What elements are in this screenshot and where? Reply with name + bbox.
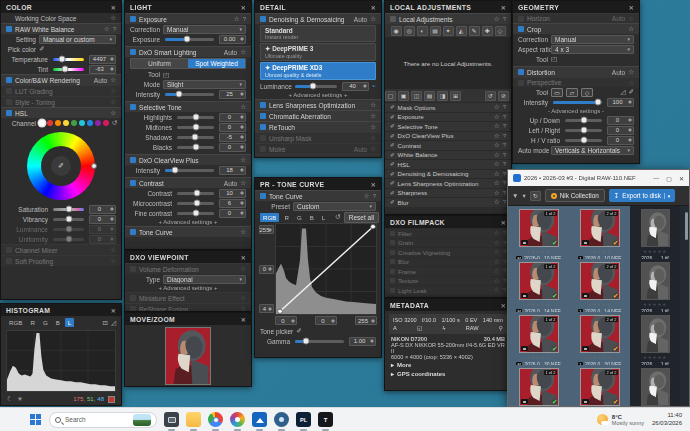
- auto-perspective-icon[interactable]: ◿: [621, 88, 626, 96]
- taskbar-app-icon[interactable]: [230, 412, 245, 427]
- favorite-star-icon[interactable]: ☆: [110, 246, 116, 254]
- star-rating[interactable]: ★★★★★: [526, 249, 550, 254]
- volume-deformation-row[interactable]: Volume Deformation☆: [125, 263, 251, 274]
- start-button[interactable]: [30, 414, 42, 426]
- enable-checkbox[interactable]: [260, 193, 266, 199]
- adjustment-row[interactable]: ✐ Selective Tone ☆ ?: [385, 121, 511, 131]
- perspective-tool-icon[interactable]: ▭: [551, 88, 563, 97]
- close-button[interactable]: ✕: [679, 175, 684, 182]
- favorite-star-icon[interactable]: ☆: [494, 179, 500, 187]
- enable-checkbox[interactable]: [6, 247, 12, 253]
- favorite-star-icon[interactable]: ☆: [240, 179, 246, 187]
- mask-action-icon[interactable]: ◫: [411, 91, 422, 101]
- slider-thumb[interactable]: [192, 124, 199, 131]
- slider-thumb[interactable]: [65, 236, 72, 243]
- close-icon[interactable]: ✕: [501, 219, 506, 226]
- favorite-star-icon[interactable]: ☆: [370, 156, 376, 158]
- taskbar-app-icon[interactable]: PL: [296, 412, 311, 427]
- value-spinner[interactable]: 0: [219, 209, 246, 218]
- enable-checkbox[interactable]: [390, 278, 395, 283]
- thumbnail-cell[interactable]: ★★★★★ 2026 ..._1.tif: [630, 365, 680, 406]
- adjustment-row[interactable]: ✐ Blur ☆ ?: [385, 197, 511, 207]
- uniform-button[interactable]: Uniform: [131, 59, 188, 68]
- filmpack-row[interactable]: Frame ☆ ?: [385, 266, 511, 276]
- clock[interactable]: 11:40 26/03/2026: [652, 412, 682, 428]
- enable-checkbox[interactable]: [260, 124, 266, 130]
- star-rating[interactable]: ★★★★★: [643, 302, 667, 307]
- enable-checkbox[interactable]: [390, 240, 395, 245]
- adjustment-row[interactable]: ✐ Denoising & Demosaicing ☆ ?: [385, 169, 511, 179]
- channel-tab[interactable]: L: [65, 318, 74, 327]
- enable-checkbox[interactable]: [390, 288, 395, 293]
- local-adjustments-section[interactable]: Local Adjustments☆?: [385, 13, 511, 24]
- favorite-star-icon[interactable]: ☆: [494, 286, 500, 294]
- value-spinner[interactable]: 0: [275, 316, 297, 325]
- favorite-star-icon[interactable]: ☆: [240, 103, 246, 111]
- slider-track[interactable]: [165, 38, 214, 41]
- channel-color-dot[interactable]: [87, 120, 93, 126]
- close-icon[interactable]: ✕: [501, 302, 506, 309]
- close-icon[interactable]: ✕: [111, 4, 116, 11]
- adjustment-row[interactable]: ✐ DxO ClearView Plus ☆ ?: [385, 131, 511, 141]
- weather-widget[interactable]: 8°CMostly sunny: [597, 414, 644, 426]
- favorite-star-icon[interactable]: ☆: [370, 15, 376, 23]
- favorite-star-icon[interactable]: ☆: [240, 305, 246, 312]
- enable-checkbox[interactable]: [518, 80, 524, 86]
- feature-row[interactable]: Unsharp Mask ☆: [255, 132, 381, 143]
- enable-checkbox[interactable]: [6, 77, 12, 83]
- favorite-star-icon[interactable]: ☆: [110, 109, 116, 117]
- auto-mode-dropdown[interactable]: Verticals & Horizontals▾: [551, 146, 634, 155]
- value-spinner[interactable]: 4: [259, 304, 274, 313]
- favorite-star-icon[interactable]: ☆: [628, 25, 634, 33]
- favorite-star-icon[interactable]: ☆: [628, 15, 634, 23]
- hue-wheel[interactable]: ✐: [27, 132, 95, 200]
- enable-checkbox[interactable]: [6, 26, 12, 32]
- movezoom-header[interactable]: MOVE/ZOOM✕: [125, 313, 251, 325]
- distortion-section[interactable]: DistortionAuto☆: [513, 66, 639, 77]
- favorite-star-icon[interactable]: ☆: [628, 68, 634, 76]
- correction-dropdown[interactable]: Manual▾: [163, 25, 246, 34]
- rotate-icon[interactable]: ↻: [530, 191, 541, 201]
- thumbnail-cell[interactable]: 2 of 2 ✔ ★★★★★ 1 2026 0...14.NEF: [569, 259, 630, 312]
- favorite-star-icon[interactable]: ☆: [370, 134, 376, 142]
- slider-track[interactable]: [177, 126, 214, 129]
- slider-thumb[interactable]: [65, 216, 72, 223]
- channel-color-dot[interactable]: [47, 120, 53, 126]
- slider-track[interactable]: [553, 101, 602, 104]
- thumbnail-cell[interactable]: 1 of 2 ✔ ★★★★★ M 2026-0...10.NEF: [508, 206, 569, 259]
- shadow-clipping-icon[interactable]: ☾: [7, 395, 13, 403]
- help-icon[interactable]: ?: [503, 249, 506, 255]
- thumbnail-image[interactable]: 1 of 2 ✔: [519, 209, 559, 247]
- favorite-star-icon[interactable]: ☆: [494, 248, 500, 256]
- channel-color-dot[interactable]: [63, 120, 69, 126]
- spot-tool-icon[interactable]: ◰: [163, 71, 169, 79]
- help-icon[interactable]: ?: [503, 180, 506, 186]
- filter-icon[interactable]: ▼: [512, 192, 518, 199]
- enable-checkbox[interactable]: [390, 259, 395, 264]
- close-icon[interactable]: ✕: [241, 254, 246, 261]
- help-icon[interactable]: ?: [503, 190, 506, 196]
- magic-wand-icon[interactable]: ⌁: [372, 82, 376, 90]
- slider-thumb[interactable]: [309, 83, 316, 90]
- eyedropper-icon[interactable]: ✐: [39, 45, 44, 53]
- crop-correction-dropdown[interactable]: Manual▾: [551, 35, 634, 44]
- feature-row[interactable]: Chromatic Aberration ☆: [255, 110, 381, 121]
- enable-checkbox[interactable]: [6, 110, 12, 116]
- favorite-star-icon[interactable]: ☆: [494, 229, 500, 237]
- thumbnail-cell[interactable]: 2 of 2 ✔ ★★★★★ 1 2026 0...10.NEF: [569, 206, 630, 259]
- thumbnail-cell[interactable]: 1 of 2 ✔ ★★★★★ M 2026 0...30.NEF: [508, 312, 569, 365]
- preset-dropdown[interactable]: Custom▾: [293, 202, 376, 211]
- slider-thumb[interactable]: [580, 127, 587, 134]
- slider-thumb[interactable]: [171, 167, 178, 174]
- raw-white-balance-row[interactable]: RAW White Balance☆?: [1, 23, 121, 34]
- value-spinner[interactable]: 4497: [89, 55, 116, 64]
- slider-track[interactable]: [53, 58, 84, 61]
- selective-tone-section[interactable]: Selective Tone☆: [125, 101, 251, 112]
- enable-checkbox[interactable]: [518, 16, 524, 22]
- mask-tool-icon[interactable]: ◉: [391, 26, 402, 36]
- favorite-star-icon[interactable]: ☆: [370, 112, 376, 120]
- star-rating[interactable]: ★★★★★: [643, 355, 667, 360]
- slider-thumb[interactable]: [580, 117, 587, 124]
- advanced-settings-link[interactable]: - Advanced settings -: [513, 107, 639, 115]
- filmpack-row[interactable]: Filter ☆ ?: [385, 228, 511, 238]
